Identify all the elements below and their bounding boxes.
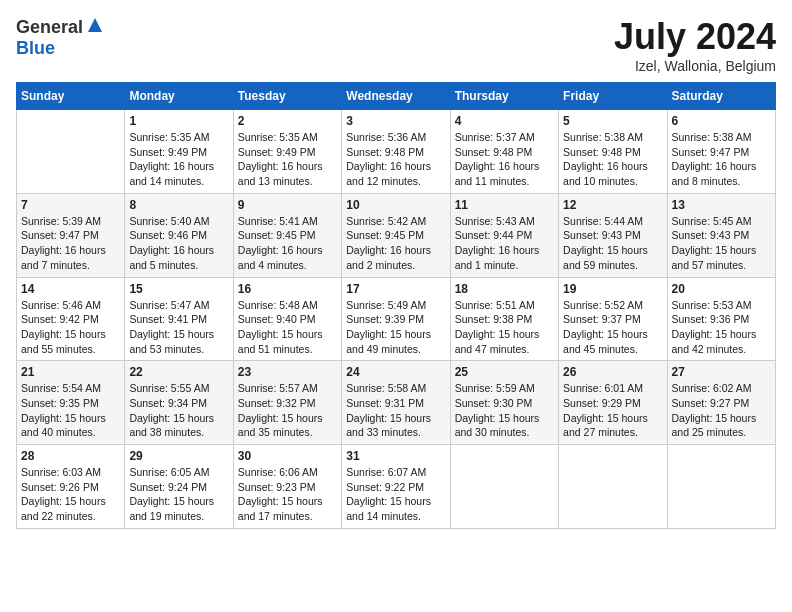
day-number: 20 — [672, 282, 771, 296]
calendar-cell — [450, 445, 558, 529]
logo-general: General — [16, 17, 83, 38]
calendar-cell: 30Sunrise: 6:06 AM Sunset: 9:23 PM Dayli… — [233, 445, 341, 529]
svg-marker-0 — [88, 18, 102, 32]
day-number: 14 — [21, 282, 120, 296]
day-number: 8 — [129, 198, 228, 212]
day-info: Sunrise: 6:06 AM Sunset: 9:23 PM Dayligh… — [238, 465, 337, 524]
calendar-cell: 5Sunrise: 5:38 AM Sunset: 9:48 PM Daylig… — [559, 110, 667, 194]
calendar-cell: 26Sunrise: 6:01 AM Sunset: 9:29 PM Dayli… — [559, 361, 667, 445]
day-number: 16 — [238, 282, 337, 296]
title-block: July 2024 Izel, Wallonia, Belgium — [614, 16, 776, 74]
calendar-table: SundayMondayTuesdayWednesdayThursdayFrid… — [16, 82, 776, 529]
day-info: Sunrise: 5:39 AM Sunset: 9:47 PM Dayligh… — [21, 214, 120, 273]
calendar-cell: 9Sunrise: 5:41 AM Sunset: 9:45 PM Daylig… — [233, 193, 341, 277]
day-number: 7 — [21, 198, 120, 212]
calendar-cell: 2Sunrise: 5:35 AM Sunset: 9:49 PM Daylig… — [233, 110, 341, 194]
day-number: 15 — [129, 282, 228, 296]
day-info: Sunrise: 5:55 AM Sunset: 9:34 PM Dayligh… — [129, 381, 228, 440]
day-info: Sunrise: 5:54 AM Sunset: 9:35 PM Dayligh… — [21, 381, 120, 440]
day-number: 27 — [672, 365, 771, 379]
calendar-cell: 27Sunrise: 6:02 AM Sunset: 9:27 PM Dayli… — [667, 361, 775, 445]
calendar-cell — [667, 445, 775, 529]
day-number: 22 — [129, 365, 228, 379]
calendar-cell: 25Sunrise: 5:59 AM Sunset: 9:30 PM Dayli… — [450, 361, 558, 445]
calendar-week-1: 1Sunrise: 5:35 AM Sunset: 9:49 PM Daylig… — [17, 110, 776, 194]
day-number: 6 — [672, 114, 771, 128]
calendar-cell: 13Sunrise: 5:45 AM Sunset: 9:43 PM Dayli… — [667, 193, 775, 277]
day-number: 24 — [346, 365, 445, 379]
calendar-cell: 18Sunrise: 5:51 AM Sunset: 9:38 PM Dayli… — [450, 277, 558, 361]
day-info: Sunrise: 5:40 AM Sunset: 9:46 PM Dayligh… — [129, 214, 228, 273]
day-info: Sunrise: 5:43 AM Sunset: 9:44 PM Dayligh… — [455, 214, 554, 273]
calendar-cell: 28Sunrise: 6:03 AM Sunset: 9:26 PM Dayli… — [17, 445, 125, 529]
subtitle: Izel, Wallonia, Belgium — [614, 58, 776, 74]
day-info: Sunrise: 6:05 AM Sunset: 9:24 PM Dayligh… — [129, 465, 228, 524]
day-number: 2 — [238, 114, 337, 128]
day-info: Sunrise: 5:35 AM Sunset: 9:49 PM Dayligh… — [129, 130, 228, 189]
day-number: 25 — [455, 365, 554, 379]
day-info: Sunrise: 5:48 AM Sunset: 9:40 PM Dayligh… — [238, 298, 337, 357]
day-info: Sunrise: 5:36 AM Sunset: 9:48 PM Dayligh… — [346, 130, 445, 189]
day-number: 28 — [21, 449, 120, 463]
calendar-cell: 14Sunrise: 5:46 AM Sunset: 9:42 PM Dayli… — [17, 277, 125, 361]
header-cell-tuesday: Tuesday — [233, 83, 341, 110]
day-number: 26 — [563, 365, 662, 379]
calendar-cell: 12Sunrise: 5:44 AM Sunset: 9:43 PM Dayli… — [559, 193, 667, 277]
day-info: Sunrise: 5:41 AM Sunset: 9:45 PM Dayligh… — [238, 214, 337, 273]
day-info: Sunrise: 5:49 AM Sunset: 9:39 PM Dayligh… — [346, 298, 445, 357]
day-number: 12 — [563, 198, 662, 212]
calendar-week-2: 7Sunrise: 5:39 AM Sunset: 9:47 PM Daylig… — [17, 193, 776, 277]
day-info: Sunrise: 5:47 AM Sunset: 9:41 PM Dayligh… — [129, 298, 228, 357]
calendar-cell: 10Sunrise: 5:42 AM Sunset: 9:45 PM Dayli… — [342, 193, 450, 277]
day-info: Sunrise: 6:07 AM Sunset: 9:22 PM Dayligh… — [346, 465, 445, 524]
header-cell-sunday: Sunday — [17, 83, 125, 110]
day-info: Sunrise: 5:53 AM Sunset: 9:36 PM Dayligh… — [672, 298, 771, 357]
calendar-cell — [17, 110, 125, 194]
day-number: 11 — [455, 198, 554, 212]
calendar-week-4: 21Sunrise: 5:54 AM Sunset: 9:35 PM Dayli… — [17, 361, 776, 445]
header-cell-wednesday: Wednesday — [342, 83, 450, 110]
calendar-cell: 1Sunrise: 5:35 AM Sunset: 9:49 PM Daylig… — [125, 110, 233, 194]
day-number: 19 — [563, 282, 662, 296]
day-info: Sunrise: 5:45 AM Sunset: 9:43 PM Dayligh… — [672, 214, 771, 273]
calendar-cell: 3Sunrise: 5:36 AM Sunset: 9:48 PM Daylig… — [342, 110, 450, 194]
page-header: General Blue July 2024 Izel, Wallonia, B… — [16, 16, 776, 74]
day-number: 1 — [129, 114, 228, 128]
day-info: Sunrise: 6:02 AM Sunset: 9:27 PM Dayligh… — [672, 381, 771, 440]
day-info: Sunrise: 5:59 AM Sunset: 9:30 PM Dayligh… — [455, 381, 554, 440]
day-number: 5 — [563, 114, 662, 128]
day-number: 18 — [455, 282, 554, 296]
calendar-cell: 8Sunrise: 5:40 AM Sunset: 9:46 PM Daylig… — [125, 193, 233, 277]
calendar-cell: 6Sunrise: 5:38 AM Sunset: 9:47 PM Daylig… — [667, 110, 775, 194]
day-number: 31 — [346, 449, 445, 463]
calendar-cell — [559, 445, 667, 529]
calendar-cell: 16Sunrise: 5:48 AM Sunset: 9:40 PM Dayli… — [233, 277, 341, 361]
calendar-week-3: 14Sunrise: 5:46 AM Sunset: 9:42 PM Dayli… — [17, 277, 776, 361]
calendar-cell: 29Sunrise: 6:05 AM Sunset: 9:24 PM Dayli… — [125, 445, 233, 529]
calendar-cell: 15Sunrise: 5:47 AM Sunset: 9:41 PM Dayli… — [125, 277, 233, 361]
calendar-cell: 21Sunrise: 5:54 AM Sunset: 9:35 PM Dayli… — [17, 361, 125, 445]
calendar-cell: 23Sunrise: 5:57 AM Sunset: 9:32 PM Dayli… — [233, 361, 341, 445]
day-info: Sunrise: 5:42 AM Sunset: 9:45 PM Dayligh… — [346, 214, 445, 273]
day-number: 10 — [346, 198, 445, 212]
calendar-header: SundayMondayTuesdayWednesdayThursdayFrid… — [17, 83, 776, 110]
calendar-cell: 31Sunrise: 6:07 AM Sunset: 9:22 PM Dayli… — [342, 445, 450, 529]
day-number: 9 — [238, 198, 337, 212]
calendar-cell: 19Sunrise: 5:52 AM Sunset: 9:37 PM Dayli… — [559, 277, 667, 361]
main-title: July 2024 — [614, 16, 776, 58]
calendar-week-5: 28Sunrise: 6:03 AM Sunset: 9:26 PM Dayli… — [17, 445, 776, 529]
header-cell-monday: Monday — [125, 83, 233, 110]
header-cell-saturday: Saturday — [667, 83, 775, 110]
calendar-cell: 22Sunrise: 5:55 AM Sunset: 9:34 PM Dayli… — [125, 361, 233, 445]
day-number: 17 — [346, 282, 445, 296]
day-info: Sunrise: 5:46 AM Sunset: 9:42 PM Dayligh… — [21, 298, 120, 357]
day-info: Sunrise: 6:01 AM Sunset: 9:29 PM Dayligh… — [563, 381, 662, 440]
logo-blue: Blue — [16, 38, 55, 58]
day-info: Sunrise: 5:38 AM Sunset: 9:48 PM Dayligh… — [563, 130, 662, 189]
day-info: Sunrise: 5:51 AM Sunset: 9:38 PM Dayligh… — [455, 298, 554, 357]
header-row: SundayMondayTuesdayWednesdayThursdayFrid… — [17, 83, 776, 110]
day-number: 21 — [21, 365, 120, 379]
calendar-cell: 4Sunrise: 5:37 AM Sunset: 9:48 PM Daylig… — [450, 110, 558, 194]
header-cell-thursday: Thursday — [450, 83, 558, 110]
day-number: 13 — [672, 198, 771, 212]
